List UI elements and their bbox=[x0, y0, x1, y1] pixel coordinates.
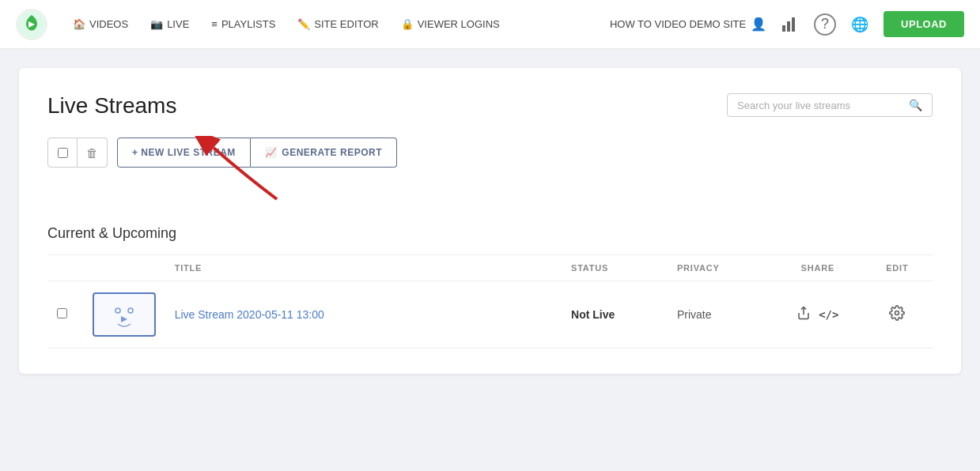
user-icon: 👤 bbox=[751, 17, 766, 32]
content-card: Live Streams 🔍 🗑 + NEW LIVE STREAM 📈 GEN… bbox=[19, 68, 961, 374]
globe-icon[interactable]: 🌐 bbox=[847, 12, 872, 37]
search-input[interactable] bbox=[737, 100, 902, 111]
main-content: Live Streams 🔍 🗑 + NEW LIVE STREAM 📈 GEN… bbox=[0, 49, 980, 393]
camera-icon: 📷 bbox=[150, 18, 163, 30]
select-all-checkbox-container[interactable] bbox=[47, 138, 78, 168]
svg-point-8 bbox=[128, 308, 133, 313]
svg-rect-3 bbox=[782, 25, 785, 32]
page-header: Live Streams 🔍 bbox=[47, 93, 933, 119]
nav-viewer-logins[interactable]: 🔒 VIEWER LOGINS bbox=[392, 12, 509, 36]
upload-button[interactable]: UPLOAD bbox=[884, 11, 964, 37]
settings-icon[interactable] bbox=[889, 308, 905, 324]
svg-rect-4 bbox=[787, 21, 790, 32]
nav-live[interactable]: 📷 LIVE bbox=[141, 12, 199, 36]
nav-videos[interactable]: 🏠 VIDEOS bbox=[63, 12, 138, 36]
col-header-check bbox=[47, 255, 83, 281]
stream-status-cell: Not Live bbox=[562, 281, 668, 349]
section-title: Current & Upcoming bbox=[47, 225, 933, 242]
logo-icon bbox=[16, 9, 47, 40]
delete-button[interactable]: 🗑 bbox=[78, 138, 108, 168]
search-icon: 🔍 bbox=[909, 99, 922, 111]
col-header-privacy: PRIVACY bbox=[668, 255, 774, 281]
share-cell: </> bbox=[774, 281, 862, 349]
col-header-thumb bbox=[83, 255, 165, 281]
search-box[interactable]: 🔍 bbox=[727, 93, 933, 117]
col-header-status: STATUS bbox=[562, 255, 668, 281]
privacy-value: Private bbox=[677, 308, 712, 321]
svg-marker-9 bbox=[121, 316, 127, 322]
share-icon[interactable] bbox=[796, 306, 811, 323]
share-icons-container: </> bbox=[783, 306, 853, 323]
nav-playlists[interactable]: ≡ PLAYLISTS bbox=[202, 12, 285, 36]
logo[interactable] bbox=[16, 9, 47, 40]
col-header-share: SHARE bbox=[774, 255, 862, 281]
nav-links: 🏠 VIDEOS 📷 LIVE ≡ PLAYLISTS ✏️ SITE EDIT… bbox=[63, 12, 610, 36]
row-checkbox-cell[interactable] bbox=[47, 281, 83, 349]
svg-point-11 bbox=[895, 311, 899, 315]
embed-icon[interactable]: </> bbox=[819, 308, 838, 321]
lock-icon: 🔒 bbox=[401, 18, 414, 30]
thumbnail-cell bbox=[83, 281, 165, 349]
svg-point-7 bbox=[115, 308, 120, 313]
col-header-edit: EDIT bbox=[862, 255, 933, 281]
stream-name-cell[interactable]: Live Stream 2020-05-11 13:00 bbox=[165, 281, 562, 349]
pencil-icon: ✏️ bbox=[297, 18, 310, 30]
annotation-container bbox=[47, 182, 933, 225]
playlist-icon: ≡ bbox=[211, 18, 218, 30]
site-name[interactable]: HOW TO VIDEO DEMO SITE 👤 bbox=[610, 17, 766, 32]
status-badge: Not Live bbox=[571, 308, 615, 321]
analytics-icon[interactable] bbox=[778, 12, 803, 37]
row-checkbox[interactable] bbox=[57, 308, 67, 318]
nav-right: HOW TO VIDEO DEMO SITE 👤 ? 🌐 UPLOAD bbox=[610, 11, 964, 37]
stream-name-link[interactable]: Live Stream 2020-05-11 13:00 bbox=[175, 308, 324, 321]
streams-table: TITLE STATUS PRIVACY SHARE EDIT bbox=[47, 254, 933, 349]
stream-privacy-cell: Private bbox=[668, 281, 774, 349]
stream-thumbnail bbox=[93, 292, 156, 337]
navbar: 🏠 VIDEOS 📷 LIVE ≡ PLAYLISTS ✏️ SITE EDIT… bbox=[0, 0, 980, 49]
trash-icon: 🗑 bbox=[86, 146, 98, 160]
select-all-checkbox[interactable] bbox=[58, 148, 68, 158]
home-icon: 🏠 bbox=[73, 18, 85, 30]
help-icon[interactable]: ? bbox=[814, 13, 836, 36]
table-row: Live Stream 2020-05-11 13:00 Not Live Pr… bbox=[47, 281, 933, 349]
edit-cell[interactable] bbox=[862, 281, 933, 349]
red-arrow-annotation bbox=[174, 136, 316, 207]
col-header-title: TITLE bbox=[165, 255, 562, 281]
page-title: Live Streams bbox=[47, 93, 176, 119]
nav-site-editor[interactable]: ✏️ SITE EDITOR bbox=[288, 12, 388, 36]
svg-rect-5 bbox=[792, 17, 795, 32]
